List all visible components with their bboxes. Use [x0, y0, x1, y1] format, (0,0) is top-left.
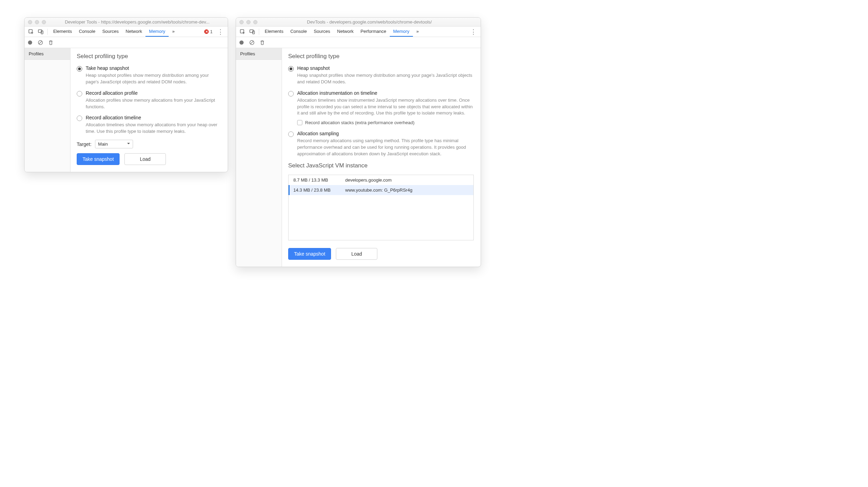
- option-desc: Heap snapshot profiles show memory distr…: [297, 72, 474, 85]
- tab-sources[interactable]: Sources: [99, 27, 122, 37]
- vm-empty-area: [289, 195, 473, 240]
- svg-line-11: [251, 41, 253, 44]
- option-allocation-timeline[interactable]: Allocation instrumentation on timeline A…: [288, 90, 474, 117]
- titlebar: Developer Tools - https://developers.goo…: [25, 18, 228, 27]
- radio-heap-snapshot[interactable]: [288, 66, 294, 72]
- take-snapshot-button[interactable]: Take snapshot: [77, 153, 120, 165]
- radio-heap-snapshot[interactable]: [77, 66, 82, 72]
- more-menu-icon[interactable]: ⋮: [468, 28, 479, 36]
- take-snapshot-button[interactable]: Take snapshot: [288, 248, 331, 260]
- tab-network[interactable]: Network: [334, 27, 357, 37]
- option-desc: Allocation timelines show memory allocat…: [86, 122, 221, 135]
- load-button[interactable]: Load: [124, 153, 166, 165]
- tab-memory[interactable]: Memory: [390, 27, 413, 37]
- target-label: Target:: [77, 141, 92, 147]
- option-title: Heap snapshot: [297, 65, 474, 71]
- minimize-dot[interactable]: [246, 20, 251, 24]
- vm-instance-table: 8.7 MB / 13.3 MB developers.google.com 1…: [288, 175, 474, 240]
- svg-line-5: [39, 41, 42, 44]
- radio-allocation-sampling[interactable]: [288, 131, 294, 137]
- vm-memory: 8.7 MB / 13.3 MB: [293, 177, 345, 183]
- load-button[interactable]: Load: [336, 248, 377, 260]
- inspect-icon[interactable]: [27, 27, 36, 36]
- device-toggle-icon[interactable]: [248, 27, 257, 36]
- option-title: Allocation instrumentation on timeline: [297, 90, 474, 96]
- option-desc: Allocation timelines show instrumented J…: [297, 97, 474, 117]
- option-desc: Allocation profiles show memory allocati…: [86, 97, 221, 110]
- tabs-overflow[interactable]: »: [169, 27, 178, 37]
- option-allocation-sampling[interactable]: Allocation sampling Record memory alloca…: [288, 131, 474, 157]
- option-allocation-timeline[interactable]: Record allocation timeline Allocation ti…: [77, 115, 221, 135]
- radio-allocation-profile[interactable]: [77, 91, 82, 97]
- record-icon[interactable]: [239, 40, 244, 45]
- titlebar: DevTools - developers.google.com/web/too…: [236, 18, 481, 27]
- tab-performance[interactable]: Performance: [357, 27, 389, 37]
- divider: [259, 29, 259, 35]
- option-desc: Record memory allocations using sampling…: [297, 138, 474, 157]
- inspect-icon[interactable]: [238, 27, 247, 36]
- window-title: DevTools - developers.google.com/web/too…: [262, 19, 477, 25]
- error-badge[interactable]: ✕ 1: [204, 29, 215, 34]
- tab-memory[interactable]: Memory: [145, 27, 169, 37]
- window-title: Developer Tools - https://developers.goo…: [50, 19, 224, 25]
- close-dot[interactable]: [239, 20, 244, 24]
- error-count: 1: [210, 29, 213, 34]
- panel-tabs: Elements Console Sources Network Memory …: [25, 27, 228, 37]
- option-allocation-profile[interactable]: Record allocation profile Allocation pro…: [77, 90, 221, 110]
- radio-allocation-timeline[interactable]: [288, 91, 294, 97]
- checkbox-record-stacks[interactable]: [297, 120, 302, 125]
- panel-tab-list: Elements Console Sources Network Perform…: [261, 27, 422, 37]
- clear-icon[interactable]: [249, 40, 255, 45]
- devtools-window-right: DevTools - developers.google.com/web/too…: [236, 17, 481, 267]
- tab-elements[interactable]: Elements: [50, 27, 75, 37]
- vm-name: developers.google.com: [345, 177, 469, 183]
- tab-network[interactable]: Network: [122, 27, 146, 37]
- sidebar-item-profiles[interactable]: Profiles: [236, 48, 282, 60]
- button-row: Take snapshot Load: [288, 248, 474, 260]
- delete-icon[interactable]: [260, 40, 265, 45]
- tab-console[interactable]: Console: [287, 27, 310, 37]
- sidebar-item-profiles[interactable]: Profiles: [25, 48, 70, 60]
- maximize-dot[interactable]: [42, 20, 46, 24]
- radio-allocation-timeline[interactable]: [77, 116, 82, 121]
- tab-console[interactable]: Console: [75, 27, 99, 37]
- tab-sources[interactable]: Sources: [310, 27, 334, 37]
- sub-option-label: Record allocation stacks (extra performa…: [305, 120, 414, 125]
- tab-elements[interactable]: Elements: [261, 27, 287, 37]
- vm-name: www.youtube.com: G_P6rpRSr4g: [345, 187, 469, 193]
- device-toggle-icon[interactable]: [36, 27, 45, 36]
- option-heap-snapshot[interactable]: Take heap snapshot Heap snapshot profile…: [77, 65, 221, 85]
- memory-toolbar: [25, 37, 228, 48]
- vm-heading: Select JavaScript VM instance: [288, 162, 474, 169]
- delete-icon[interactable]: [48, 40, 54, 45]
- window-controls: [239, 20, 257, 24]
- vm-row[interactable]: 14.3 MB / 23.8 MB www.youtube.com: G_P6r…: [289, 185, 473, 195]
- vm-memory: 14.3 MB / 23.8 MB: [293, 187, 345, 193]
- main-content: Select profiling type Take heap snapshot…: [70, 48, 228, 172]
- vm-row[interactable]: 8.7 MB / 13.3 MB developers.google.com: [289, 175, 473, 185]
- panel-tab-list: Elements Console Sources Network Memory …: [50, 27, 178, 37]
- memory-toolbar: [236, 37, 481, 48]
- divider: [47, 29, 48, 35]
- svg-point-9: [239, 40, 244, 45]
- main-content: Select profiling type Heap snapshot Heap…: [282, 48, 481, 267]
- maximize-dot[interactable]: [253, 20, 257, 24]
- option-title: Allocation sampling: [297, 131, 474, 136]
- profiling-heading: Select profiling type: [288, 53, 474, 60]
- clear-icon[interactable]: [38, 40, 43, 45]
- error-icon: ✕: [204, 29, 209, 34]
- tabs-overflow[interactable]: »: [413, 27, 422, 37]
- option-heap-snapshot[interactable]: Heap snapshot Heap snapshot profiles sho…: [288, 65, 474, 85]
- profiling-heading: Select profiling type: [77, 53, 221, 60]
- panel-body: Profiles Select profiling type Take heap…: [25, 48, 228, 172]
- target-select[interactable]: Main: [95, 140, 133, 148]
- window-controls: [28, 20, 46, 24]
- option-title: Record allocation timeline: [86, 115, 221, 120]
- record-icon[interactable]: [27, 40, 33, 45]
- sidebar: Profiles: [25, 48, 70, 172]
- close-dot[interactable]: [28, 20, 32, 24]
- button-row: Take snapshot Load: [77, 153, 221, 165]
- sub-option-record-stacks[interactable]: Record allocation stacks (extra performa…: [297, 120, 474, 125]
- minimize-dot[interactable]: [35, 20, 39, 24]
- more-menu-icon[interactable]: ⋮: [215, 28, 226, 36]
